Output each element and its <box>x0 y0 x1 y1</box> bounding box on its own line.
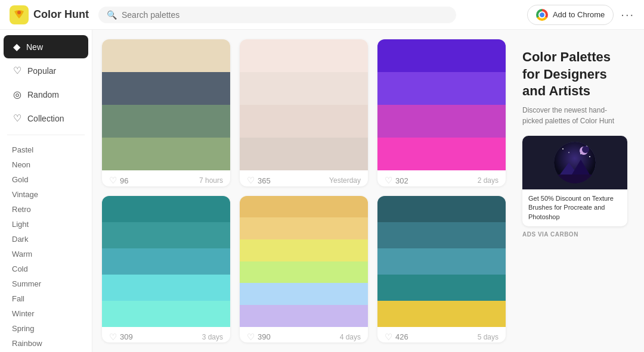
color-swatch-1-2 <box>240 105 368 138</box>
new-icon: ◆ <box>13 41 20 52</box>
color-swatch-0-1 <box>102 72 230 105</box>
tag-winter[interactable]: Winter <box>0 306 92 321</box>
palette-footer-2: ♡ 302 2 days <box>377 170 506 186</box>
heart-icon-4: ♡ <box>247 332 255 342</box>
sidebar-tags: PastelNeonGoldVintageRetroLightDarkWarmC… <box>0 140 92 352</box>
time-text-1: Yesterday <box>329 176 361 185</box>
color-swatch-4-0 <box>240 196 368 218</box>
main-layout: ◆New♡Popular◎Random♡Collection PastelNeo… <box>0 30 644 352</box>
heart-icon-1: ♡ <box>247 175 255 186</box>
time-text-4: 4 days <box>340 333 361 341</box>
time-text-3: 3 days <box>202 333 223 341</box>
palette-colors-1 <box>240 39 368 170</box>
like-section-3[interactable]: ♡ 309 <box>109 332 133 342</box>
palette-card-3[interactable]: ♡ 309 3 days <box>102 196 230 343</box>
svg-point-6 <box>568 152 569 153</box>
ads-label: ADS VIA CARBON <box>522 231 627 238</box>
chrome-icon <box>536 9 548 21</box>
like-count-2: 302 <box>395 176 408 185</box>
search-input[interactable] <box>122 10 448 20</box>
palettes-grid: ♡ 96 7 hours ♡ 365 Yesterday ♡ 302 2 day… <box>102 39 506 342</box>
svg-point-9 <box>582 146 589 153</box>
like-section-4[interactable]: ♡ 390 <box>247 332 271 342</box>
like-count-1: 365 <box>258 176 271 185</box>
search-icon: 🔍 <box>107 10 117 20</box>
like-section-0[interactable]: ♡ 96 <box>109 175 128 186</box>
color-swatch-3-3 <box>102 275 230 301</box>
color-swatch-4-5 <box>240 305 368 327</box>
color-swatch-1-1 <box>240 72 368 105</box>
panel-title: Color Palettes for Designers and Artists <box>522 49 627 100</box>
color-swatch-2-1 <box>377 72 506 105</box>
tag-retro[interactable]: Retro <box>0 202 92 217</box>
tag-neon[interactable]: Neon <box>0 157 92 172</box>
tag-spring[interactable]: Spring <box>0 321 92 336</box>
palette-card-1[interactable]: ♡ 365 Yesterday <box>240 39 368 186</box>
tag-gold[interactable]: Gold <box>0 172 92 187</box>
logo-icon <box>10 5 29 24</box>
tag-dark[interactable]: Dark <box>0 232 92 247</box>
like-section-1[interactable]: ♡ 365 <box>247 175 271 186</box>
palette-colors-2 <box>377 39 506 170</box>
sidebar-divider <box>7 135 85 135</box>
tag-vintage[interactable]: Vintage <box>0 187 92 202</box>
time-text-2: 2 days <box>478 176 499 185</box>
like-count-0: 96 <box>120 176 128 185</box>
add-to-chrome-button[interactable]: Add to Chrome <box>527 5 614 25</box>
color-swatch-0-2 <box>102 105 230 138</box>
color-swatch-3-2 <box>102 248 230 275</box>
color-swatch-3-0 <box>102 196 230 222</box>
palette-card-5[interactable]: ♡ 426 5 days <box>377 196 506 343</box>
color-swatch-3-4 <box>102 301 230 327</box>
random-label: Random <box>27 90 59 99</box>
color-swatch-5-4 <box>377 301 506 327</box>
search-bar[interactable]: 🔍 <box>98 7 456 23</box>
tag-warm[interactable]: Warm <box>0 247 92 261</box>
tag-light[interactable]: Light <box>0 217 92 232</box>
like-count-3: 309 <box>120 332 133 341</box>
tag-fall[interactable]: Fall <box>0 291 92 306</box>
heart-icon-0: ♡ <box>109 175 117 186</box>
sidebar: ◆New♡Popular◎Random♡Collection PastelNeo… <box>0 30 92 352</box>
heart-icon-3: ♡ <box>109 332 117 342</box>
palette-colors-3 <box>102 196 230 327</box>
palette-footer-5: ♡ 426 5 days <box>377 327 506 343</box>
palette-card-2[interactable]: ♡ 302 2 days <box>377 39 506 186</box>
tag-pastel[interactable]: Pastel <box>0 142 92 157</box>
logo-text: Color Hunt <box>33 8 89 21</box>
color-swatch-2-2 <box>377 105 506 138</box>
svg-point-7 <box>589 156 590 157</box>
logo[interactable]: Color Hunt <box>10 5 89 24</box>
popular-label: Popular <box>27 66 56 76</box>
heart-icon-5: ♡ <box>385 332 392 342</box>
nav-item-collection[interactable]: ♡Collection <box>4 107 88 130</box>
like-section-2[interactable]: ♡ 302 <box>385 175 408 186</box>
color-swatch-4-1 <box>240 217 368 239</box>
like-section-5[interactable]: ♡ 426 <box>385 332 408 342</box>
svg-point-3 <box>562 148 564 149</box>
ad-card[interactable]: Get 50% Discount on Texture Brushes for … <box>522 136 627 226</box>
header-right: Add to Chrome ··· <box>527 5 634 25</box>
ad-circle-image <box>554 142 596 183</box>
color-swatch-5-0 <box>377 196 506 222</box>
ad-text-content: Get 50% Discount on Texture Brushes for … <box>522 189 627 226</box>
palette-colors-0 <box>102 39 230 170</box>
color-swatch-1-3 <box>240 138 368 170</box>
tag-cold[interactable]: Cold <box>0 261 92 276</box>
nav-item-random[interactable]: ◎Random <box>4 83 88 106</box>
like-count-4: 390 <box>258 332 271 341</box>
ad-title: Get 50% Discount on Texture Brushes for … <box>528 194 621 222</box>
collection-label: Collection <box>27 114 64 123</box>
nav-item-popular[interactable]: ♡Popular <box>4 59 88 82</box>
ad-image <box>522 136 627 189</box>
nav-item-new[interactable]: ◆New <box>4 35 88 58</box>
color-swatch-1-0 <box>240 39 368 72</box>
palette-footer-1: ♡ 365 Yesterday <box>240 170 368 186</box>
tag-rainbow[interactable]: Rainbow <box>0 336 92 351</box>
color-swatch-4-3 <box>240 261 368 284</box>
like-count-5: 426 <box>395 332 408 341</box>
more-options-button[interactable]: ··· <box>621 8 634 21</box>
palette-card-4[interactable]: ♡ 390 4 days <box>240 196 368 343</box>
palette-card-0[interactable]: ♡ 96 7 hours <box>102 39 230 186</box>
tag-summer[interactable]: Summer <box>0 276 92 291</box>
